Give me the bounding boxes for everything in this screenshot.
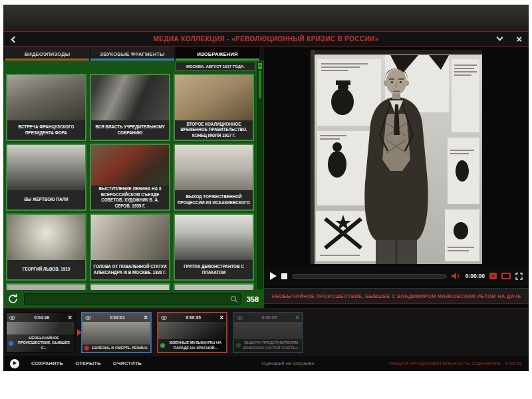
- results-count: 358: [243, 295, 259, 303]
- thumbnail-image: [91, 145, 169, 186]
- clip-header: 0:02:01 ×: [82, 313, 150, 322]
- remove-clip-button[interactable]: ×: [219, 315, 223, 321]
- thumbnail-caption: ВЫСТУПЛЕНИЕ ЛЕНИНА НА II ВСЕРОССИЙСКОМ С…: [91, 186, 169, 209]
- remove-clip-button[interactable]: ×: [144, 315, 148, 321]
- save-button[interactable]: СОХРАНИТЬ: [31, 360, 63, 366]
- scrolled-row: МОСКВА. АВГУСТ 1917 ГОДА.: [6, 63, 255, 71]
- main-area: ВИДЕОЭПИЗОДЫ ЗВУКОВЫЕ ФРАГМЕНТЫ ИЗОБРАЖЕ…: [3, 47, 529, 308]
- clip-duration: 0:00:35: [243, 315, 295, 320]
- thumbnail-image: [175, 215, 253, 260]
- thumbnail-caption: ВСЯ ВЛАСТЬ УЧРЕДИТЕЛЬНОМУ СОБРАНИЮ: [91, 120, 169, 140]
- search-input[interactable]: [24, 293, 241, 305]
- gallery-card[interactable]: ВЫХОД ТОРЖЕСТВЕННОЙ ПРОЦЕССИИ ИЗ ИСААКИЕ…: [174, 144, 254, 211]
- clip-duration: 0:00:35: [167, 315, 219, 320]
- clip-duration: 0:04:48: [15, 315, 68, 320]
- gallery-row-3: ГЕОРГИЙ ЛЬВОВ. 1919 ГОЛОВА ОТ ПОВАЛЕННОЙ…: [6, 213, 255, 281]
- gallery-card[interactable]: ВСТРЕЧА ФРАНЦУЗСКОГО ПРЕЗИДЕНТА ФОРА: [6, 74, 86, 141]
- preview-eye-icon[interactable]: [237, 316, 243, 320]
- media-collection-window: МЕДИА КОЛЛЕКЦИЯ - «РЕВОЛЮЦИОННЫЙ КРИЗИС …: [3, 5, 529, 371]
- timeline-clip-4[interactable]: 0:00:35 × ВЫДАЧА ПРЕДСТАВИТЕЛЯМ ВОИНСКИХ…: [233, 312, 303, 353]
- thumbnail-image: [175, 75, 253, 120]
- gallery-row-1: ВСТРЕЧА ФРАНЦУЗСКОГО ПРЕЗИДЕНТА ФОРА ВСЯ…: [6, 74, 255, 141]
- refresh-icon: [7, 293, 19, 305]
- gallery-card[interactable]: [90, 283, 170, 290]
- timeline-clip-1[interactable]: 0:04:48 × НЕОБЫЧАЙНОЕ ПРОИСШЕСТВИЕ, БЫВШ…: [5, 312, 76, 353]
- gallery-card[interactable]: ВЫ ЖЕРТВОЮ ПАЛИ: [6, 144, 86, 211]
- scenario-timeline: 0:04:48 × НЕОБЫЧАЙНОЕ ПРОИСШЕСТВИЕ, БЫВШ…: [3, 308, 529, 356]
- remove-clip-button[interactable]: ×: [295, 315, 299, 321]
- gallery-card[interactable]: [174, 283, 254, 290]
- viewer-panel: 0:00:00 НЕОБЫЧАЙНОЕ ПРОИСШЕСТВИЕ, БЫВШЕЕ…: [264, 47, 529, 308]
- display-mode-button[interactable]: [501, 273, 511, 279]
- play-button[interactable]: [270, 272, 277, 280]
- scrollbar-thumb[interactable]: [259, 70, 261, 98]
- thumbnail-caption: ГЕОРГИЙ ЛЬВОВ. 1919: [7, 260, 85, 279]
- scrolled-card-caption[interactable]: МОСКВА. АВГУСТ 1917 ГОДА.: [176, 63, 255, 71]
- tab-audio-fragments[interactable]: ЗВУКОВЫЕ ФРАГМЕНТЫ: [90, 47, 174, 61]
- thumbnail-image: [91, 75, 169, 120]
- gallery-card[interactable]: ВЫСТУПЛЕНИЕ ЛЕНИНА НА II ВСЕРОССИЙСКОМ С…: [90, 144, 170, 211]
- window-title: МЕДИА КОЛЛЕКЦИЯ - «РЕВОЛЮЦИОННЫЙ КРИЗИС …: [153, 35, 378, 43]
- timeline-clip-3-selected[interactable]: 0:00:35 × ВОЕННЫЕ МУЗЫКАНТЫ НА ПАРАДЕ НА…: [157, 312, 227, 353]
- elapsed-time: 0:00:00: [466, 273, 485, 279]
- image-gallery: МОСКВА. АВГУСТ 1917 ГОДА. ВСТРЕЧА ФРАНЦУ…: [3, 61, 264, 290]
- capture-button[interactable]: [489, 273, 497, 279]
- volume-icon[interactable]: [452, 273, 461, 279]
- gallery-row-2: ВЫ ЖЕРТВОЮ ПАЛИ ВЫСТУПЛЕНИЕ ЛЕНИНА НА II…: [6, 144, 255, 211]
- gallery-toolbar: 358: [3, 290, 264, 308]
- clip-type-dot: [9, 341, 13, 346]
- timeline-clip-2[interactable]: 0:02:01 × БОЛЕЗНЬ И СМЕРТЬ ЛЕНИНА: [81, 312, 152, 353]
- clip-footer: НЕОБЫЧАЙНОЕ ПРОИСШЕСТВИЕ, БЫВШЕЕ С...: [7, 334, 74, 352]
- preview-eye-icon[interactable]: [9, 316, 15, 320]
- gallery-card[interactable]: ГОЛОВА ОТ ПОВАЛЕННОЙ СТАТУИ АЛЕКСАНДРА I…: [90, 213, 170, 281]
- thumbnail-caption: ВЫХОД ТОРЖЕСТВЕННОЙ ПРОЦЕССИИ ИЗ ИСААКИЕ…: [175, 190, 253, 209]
- tab-video-episodes[interactable]: ВИДЕОЭПИЗОДЫ: [5, 47, 89, 61]
- title-bar: МЕДИА КОЛЛЕКЦИЯ - «РЕВОЛЮЦИОННЫЙ КРИЗИС …: [3, 31, 529, 47]
- clip-caption: БОЛЕЗНЬ И СМЕРТЬ ЛЕНИНА: [91, 346, 148, 350]
- clip-type-dot: [236, 343, 241, 348]
- collapse-button[interactable]: [495, 34, 505, 43]
- seek-bar[interactable]: [292, 274, 447, 279]
- tab-images[interactable]: ИЗОБРАЖЕНИЯ: [176, 47, 259, 61]
- clip-footer: БОЛЕЗНЬ И СМЕРТЬ ЛЕНИНА: [82, 344, 150, 352]
- thumbnail-image: [91, 215, 169, 260]
- clip-caption: НЕОБЫЧАЙНОЕ ПРОИСШЕСТВИЕ, БЫВШЕЕ С...: [15, 336, 72, 350]
- gallery-card[interactable]: [6, 283, 86, 290]
- scenario-status-text: Сценарий не сохранён: [261, 360, 315, 366]
- clip-header: 0:04:48 ×: [7, 313, 74, 322]
- clip-caption: ВОЕННЫЕ МУЗЫКАНТЫ НА ПАРАДЕ НА КРАСНОЙ..…: [167, 340, 224, 350]
- thumbnail-caption: ГОЛОВА ОТ ПОВАЛЕННОЙ СТАТУИ АЛЕКСАНДРА I…: [91, 260, 169, 279]
- open-button[interactable]: ОТКРЫТЬ: [75, 360, 101, 366]
- chevron-down-icon: [497, 35, 503, 41]
- clear-button[interactable]: ОЧИСТИТЬ: [113, 360, 142, 366]
- clip-type-dot: [84, 346, 89, 350]
- back-button[interactable]: [9, 35, 19, 45]
- clip-header: 0:00:35 ×: [234, 313, 302, 322]
- gallery-card[interactable]: ВСЯ ВЛАСТЬ УЧРЕДИТЕЛЬНОМУ СОБРАНИЮ: [90, 74, 170, 141]
- thumbnail-image: [91, 285, 169, 290]
- thumbnail-caption: ВЫ ЖЕРТВОЮ ПАЛИ: [7, 190, 85, 209]
- remove-clip-button[interactable]: ×: [68, 315, 72, 321]
- clip-type-dot: [160, 343, 165, 348]
- tab-bar: ВИДЕОЭПИЗОДЫ ЗВУКОВЫЕ ФРАГМЕНТЫ ИЗОБРАЖЕ…: [3, 47, 264, 61]
- gallery-card[interactable]: ВТОРОЕ КОАЛИЦИОННОЕ ВРЕМЕННОЕ ПРАВИТЕЛЬС…: [174, 74, 254, 141]
- playhead-marker-icon: [77, 329, 82, 336]
- screenshot-frame: МЕДИА КОЛЛЕКЦИЯ - «РЕВОЛЮЦИОННЫЙ КРИЗИС …: [0, 0, 532, 399]
- total-duration: ОБЩАЯ ПРОДОЛЖИТЕЛЬНОСТЬ СЦЕНАРИЯ: 0:06:5…: [388, 360, 522, 366]
- close-button[interactable]: ×: [516, 33, 522, 46]
- refresh-button[interactable]: [7, 293, 19, 305]
- background-texture: [3, 5, 529, 31]
- gallery-card[interactable]: ГЕОРГИЙ ЛЬВОВ. 1919: [6, 213, 86, 281]
- clip-header: 0:00:35 ×: [158, 313, 226, 322]
- preview-eye-icon[interactable]: [161, 316, 167, 320]
- stop-button[interactable]: [281, 273, 287, 279]
- fullscreen-button[interactable]: [515, 273, 523, 280]
- clip-footer: ВОЕННЫЕ МУЗЫКАНТЫ НА ПАРАДЕ НА КРАСНОЙ..…: [158, 339, 226, 352]
- gallery-scrollbar[interactable]: [257, 63, 263, 289]
- mayakovsky-photo: [311, 50, 482, 264]
- play-scenario-button[interactable]: [10, 359, 19, 368]
- thumbnail-caption: ВСТРЕЧА ФРАНЦУЗСКОГО ПРЕЗИДЕНТА ФОРА: [7, 120, 85, 140]
- preview-eye-icon[interactable]: [85, 316, 91, 320]
- scroll-up-arrow-icon[interactable]: [258, 63, 262, 69]
- gallery-card[interactable]: ГРУППА ДЕМОНСТРАНТОВ С ПЛАКАТОМ: [174, 213, 254, 281]
